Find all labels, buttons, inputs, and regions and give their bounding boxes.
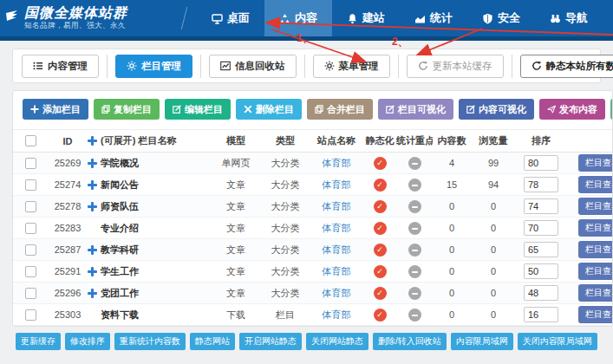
column-view-button[interactable]: 栏目查看 — [578, 306, 613, 323]
sort-input[interactable] — [524, 177, 558, 192]
row-type: 栏目 — [261, 309, 310, 322]
static-on-icon — [374, 222, 387, 235]
publish-content-button[interactable]: 发布内容 — [539, 99, 605, 120]
footer-action-button[interactable]: 关闭内容限局域网 — [518, 333, 597, 350]
column-view-button[interactable]: 栏目查看 — [578, 198, 613, 215]
sort-input[interactable] — [524, 285, 558, 301]
site-link[interactable]: 体育部 — [323, 179, 351, 190]
column-view-button[interactable]: 栏目查看 — [578, 284, 613, 302]
content-count: 0 — [433, 244, 471, 255]
footer-actions-row: 更新缓存 修改排序 重新统计内容数 静态网站 开启网站静态 关闭网站静态 删除/… — [16, 333, 597, 350]
table-row: 25269 学院概况 单网页 大分类 体育部 4 99 栏目查看 — [13, 153, 612, 174]
column-name: 学生工作 — [101, 265, 139, 278]
footer-action-button[interactable]: 内容限局域网 — [451, 333, 513, 350]
nav-item-site[interactable]: 建站 — [332, 0, 400, 36]
row-id: 25274 — [48, 179, 88, 190]
content-visualize-button[interactable]: 内容可视化 — [459, 99, 534, 120]
merge-column-button[interactable]: 合并栏目 — [307, 99, 373, 120]
tab-label: 菜单管理 — [339, 60, 379, 73]
row-checkbox[interactable] — [25, 158, 36, 169]
sort-input[interactable] — [524, 220, 558, 236]
static-on-icon — [374, 244, 387, 257]
sort-input[interactable] — [524, 242, 558, 257]
footer-action-button[interactable]: 更新缓存 — [16, 333, 61, 350]
tab-column-manage[interactable]: 栏目管理 — [115, 55, 192, 78]
column-view-button[interactable]: 栏目查看 — [578, 154, 613, 172]
plus-icon — [30, 105, 39, 114]
expand-plus-icon[interactable] — [88, 267, 97, 276]
column-view-button[interactable]: 栏目查看 — [578, 176, 613, 193]
row-checkbox[interactable] — [25, 223, 36, 234]
tab-menu-manage[interactable]: 菜单管理 — [313, 55, 390, 78]
row-model: 文章 — [211, 200, 261, 213]
edit-column-button[interactable]: 编辑栏目 — [165, 99, 231, 120]
add-column-button[interactable]: 添加栏目 — [23, 99, 88, 120]
site-link[interactable]: 体育部 — [323, 266, 351, 276]
tab-content-manage[interactable]: 内容管理 — [22, 55, 99, 78]
static-on-icon — [374, 287, 387, 300]
tab-label: 信息回收站 — [235, 60, 285, 73]
row-checkbox[interactable] — [25, 244, 36, 256]
column-name: 新闻公告 — [101, 179, 139, 192]
copy-column-button[interactable]: 复制栏目 — [94, 99, 160, 120]
site-link[interactable]: 体育部 — [323, 201, 351, 211]
nav-item-navigation[interactable]: 导航 — [535, 0, 603, 36]
row-type: 大分类 — [261, 265, 310, 278]
expand-plus-icon[interactable] — [88, 289, 97, 298]
footer-action-button[interactable]: 重新统计内容数 — [114, 333, 186, 350]
toolbar-divider — [512, 55, 512, 78]
site-link[interactable]: 体育部 — [323, 244, 351, 255]
expand-plus-icon[interactable] — [88, 159, 97, 168]
button-label: 编辑栏目 — [185, 103, 223, 116]
column-name: 学院概况 — [101, 157, 139, 170]
row-checkbox[interactable] — [25, 201, 36, 212]
column-view-button[interactable]: 栏目查看 — [578, 241, 613, 258]
sort-input[interactable] — [524, 198, 558, 214]
site-link[interactable]: 体育部 — [323, 158, 351, 168]
row-checkbox[interactable] — [25, 179, 36, 191]
row-type: 大分类 — [261, 244, 310, 257]
row-type: 大分类 — [261, 222, 310, 235]
nav-item-stats[interactable]: 统计 — [400, 0, 467, 36]
nav-item-security[interactable]: 安全 — [467, 0, 535, 36]
static-all-data-button[interactable]: 静态本站所有数据 — [520, 55, 613, 78]
row-checkbox[interactable] — [25, 309, 36, 321]
nav-item-desktop[interactable]: 桌面 — [197, 0, 264, 36]
views-count: 0 — [471, 244, 516, 255]
update-cache-button[interactable]: 更新本站缓存 — [407, 55, 504, 78]
columns-table: ID (可展开) 栏目名称 模型 类型 站点名称 静态化 统计重点 内容数 浏览… — [13, 129, 612, 326]
stat-focus-off-icon — [408, 309, 421, 322]
footer-action-button[interactable]: 静态网站 — [190, 333, 235, 350]
delete-column-button[interactable]: 删除栏目 — [236, 99, 302, 120]
select-all-checkbox[interactable] — [25, 135, 36, 146]
row-id: 25287 — [48, 244, 88, 255]
column-view-button[interactable]: 栏目查看 — [578, 219, 613, 237]
content-count: 0 — [433, 309, 471, 320]
row-checkbox[interactable] — [25, 288, 36, 299]
row-checkbox[interactable] — [25, 266, 36, 277]
footer-action-button[interactable]: 关闭网站静态 — [306, 333, 368, 350]
expand-plus-icon[interactable] — [88, 180, 97, 190]
column-name: 资料下载 — [101, 309, 139, 322]
tab-recycle-bin[interactable]: 信息回收站 — [209, 55, 297, 78]
footer-action-button[interactable]: 开启网站静态 — [239, 333, 302, 350]
site-link[interactable]: 体育部 — [323, 223, 351, 233]
expand-plus-icon[interactable] — [88, 245, 97, 255]
column-visualize-button[interactable]: 栏目可视化 — [378, 99, 453, 120]
column-view-button[interactable]: 栏目查看 — [578, 263, 613, 280]
row-id: 25283 — [48, 223, 88, 233]
expand-plus-icon[interactable] — [88, 202, 97, 211]
sort-input[interactable] — [524, 155, 558, 171]
sort-input[interactable] — [524, 263, 558, 279]
table-header-row: ID (可展开) 栏目名称 模型 类型 站点名称 静态化 统计重点 内容数 浏览… — [13, 130, 612, 153]
site-link[interactable]: 体育部 — [323, 288, 351, 298]
content-count: 4 — [433, 158, 471, 168]
footer-action-button[interactable]: 修改排序 — [65, 333, 110, 350]
brand-separator — [181, 7, 187, 29]
nav-item-content[interactable]: 内容 — [264, 0, 332, 36]
site-link[interactable]: 体育部 — [323, 309, 351, 320]
tab-label: 栏目管理 — [141, 60, 181, 73]
footer-action-button[interactable]: 删除/转入回收站 — [373, 333, 447, 350]
header-id: ID — [48, 136, 88, 146]
sort-input[interactable] — [524, 307, 558, 322]
